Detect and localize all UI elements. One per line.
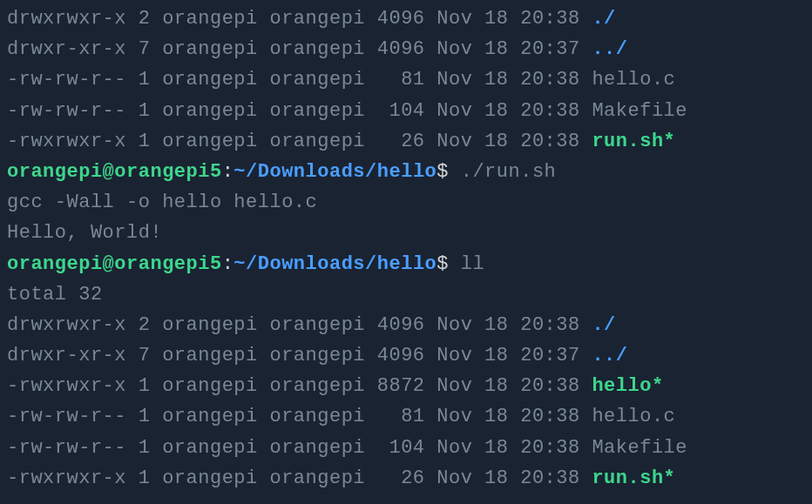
terminal-output[interactable]: drwxrwxr-x 2 orangepi orangepi 4096 Nov …: [7, 3, 805, 494]
file-name: ../: [592, 38, 627, 60]
user-host: orangepi@orangepi5: [7, 253, 222, 275]
command-output: Hello, World!: [7, 218, 805, 248]
file-listing-row: -rw-rw-r-- 1 orangepi orangepi 104 Nov 1…: [7, 96, 805, 126]
file-name: Makefile: [592, 100, 687, 122]
file-listing-row: -rwxrwxr-x 1 orangepi orangepi 8872 Nov …: [7, 371, 805, 401]
file-name: Makefile: [592, 437, 687, 459]
command-output: gcc -Wall -o hello hello.c: [7, 187, 805, 218]
user-host: orangepi@orangepi5: [7, 161, 222, 183]
command-text: ./run.sh: [449, 161, 556, 183]
file-name: hello.c: [592, 406, 675, 427]
file-name: ../: [592, 345, 627, 366]
file-listing-row: -rw-rw-r-- 1 orangepi orangepi 81 Nov 18…: [7, 401, 805, 432]
file-name: run.sh*: [592, 131, 675, 152]
file-name: run.sh*: [592, 467, 675, 489]
file-listing-row: drwxrwxr-x 2 orangepi orangepi 4096 Nov …: [7, 310, 805, 340]
current-path: ~/Downloads/hello: [233, 161, 436, 183]
file-listing-row: -rwxrwxr-x 1 orangepi orangepi 26 Nov 18…: [7, 463, 805, 494]
prompt-symbol: $: [436, 253, 449, 275]
command-text: ll: [449, 253, 484, 275]
separator: :: [222, 253, 234, 275]
file-listing-row: -rwxrwxr-x 1 orangepi orangepi 26 Nov 18…: [7, 126, 805, 157]
file-listing-row: drwxr-xr-x 7 orangepi orangepi 4096 Nov …: [7, 34, 805, 64]
prompt-line: orangepi@orangepi5:~/Downloads/hello$ ./…: [7, 157, 805, 187]
file-listing-row: drwxr-xr-x 7 orangepi orangepi 4096 Nov …: [7, 340, 805, 371]
file-listing-row: -rw-rw-r-- 1 orangepi orangepi 81 Nov 18…: [7, 64, 805, 95]
file-name: ./: [592, 314, 615, 336]
prompt-line: orangepi@orangepi5:~/Downloads/hello$ ll: [7, 249, 805, 279]
separator: :: [222, 161, 234, 183]
current-path: ~/Downloads/hello: [233, 253, 436, 275]
file-listing-row: drwxrwxr-x 2 orangepi orangepi 4096 Nov …: [7, 3, 805, 34]
file-name: ./: [592, 8, 615, 30]
file-name: hello.c: [592, 69, 675, 91]
total-line: total 32: [7, 279, 805, 310]
file-name: hello*: [592, 375, 663, 397]
prompt-symbol: $: [436, 161, 449, 183]
file-listing-row: -rw-rw-r-- 1 orangepi orangepi 104 Nov 1…: [7, 433, 805, 463]
